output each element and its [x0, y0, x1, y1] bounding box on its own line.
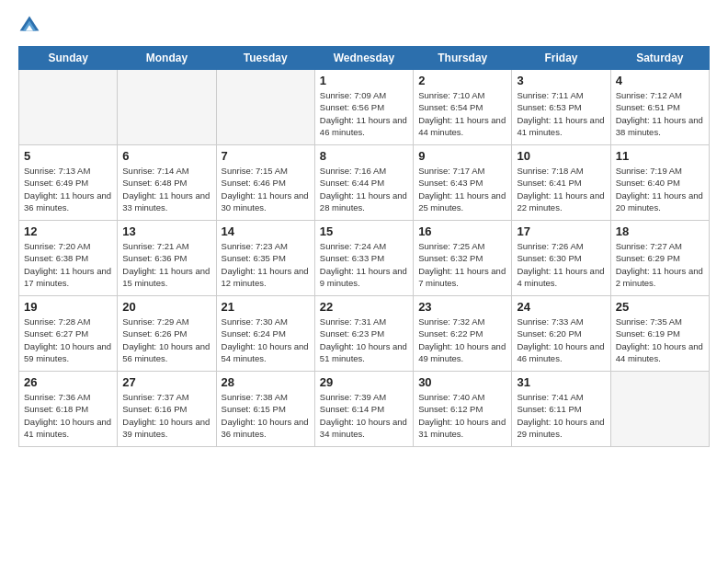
day-header-wednesday: Wednesday [314, 47, 413, 70]
day-number: 22 [320, 300, 408, 314]
calendar-cell: 1Sunrise: 7:09 AM Sunset: 6:56 PM Daylig… [314, 70, 413, 145]
day-number: 19 [24, 300, 112, 314]
day-info: Sunrise: 7:40 AM Sunset: 6:12 PM Dayligh… [418, 391, 506, 440]
day-info: Sunrise: 7:10 AM Sunset: 6:54 PM Dayligh… [418, 89, 506, 138]
calendar-cell: 26Sunrise: 7:36 AM Sunset: 6:18 PM Dayli… [19, 372, 118, 447]
day-header-saturday: Saturday [610, 47, 709, 70]
calendar-cell: 16Sunrise: 7:25 AM Sunset: 6:32 PM Dayli… [414, 221, 512, 296]
day-info: Sunrise: 7:15 AM Sunset: 6:46 PM Dayligh… [222, 165, 310, 213]
day-number: 21 [222, 300, 310, 314]
day-number: 17 [517, 224, 605, 238]
day-number: 11 [616, 149, 704, 163]
calendar-cell [216, 70, 314, 145]
day-info: Sunrise: 7:19 AM Sunset: 6:40 PM Dayligh… [616, 165, 704, 213]
calendar-week-4: 26Sunrise: 7:36 AM Sunset: 6:18 PM Dayli… [19, 372, 710, 447]
calendar-cell: 21Sunrise: 7:30 AM Sunset: 6:24 PM Dayli… [216, 296, 314, 372]
calendar-cell [19, 70, 118, 145]
day-info: Sunrise: 7:32 AM Sunset: 6:22 PM Dayligh… [418, 316, 506, 364]
calendar-week-2: 12Sunrise: 7:20 AM Sunset: 6:38 PM Dayli… [19, 221, 710, 296]
calendar-cell: 9Sunrise: 7:17 AM Sunset: 6:43 PM Daylig… [414, 145, 512, 221]
calendar-cell: 18Sunrise: 7:27 AM Sunset: 6:29 PM Dayli… [610, 221, 709, 296]
calendar-cell: 2Sunrise: 7:10 AM Sunset: 6:54 PM Daylig… [414, 70, 512, 145]
calendar-header-row: SundayMondayTuesdayWednesdayThursdayFrid… [19, 47, 710, 70]
day-info: Sunrise: 7:26 AM Sunset: 6:30 PM Dayligh… [517, 240, 605, 289]
calendar-cell: 25Sunrise: 7:35 AM Sunset: 6:19 PM Dayli… [610, 296, 709, 372]
day-info: Sunrise: 7:35 AM Sunset: 6:19 PM Dayligh… [616, 316, 704, 364]
day-number: 15 [320, 224, 408, 238]
day-number: 5 [24, 149, 112, 163]
day-number: 29 [320, 375, 408, 389]
calendar-week-1: 5Sunrise: 7:13 AM Sunset: 6:49 PM Daylig… [19, 145, 710, 221]
day-number: 28 [222, 375, 310, 389]
day-info: Sunrise: 7:30 AM Sunset: 6:24 PM Dayligh… [222, 316, 310, 364]
day-info: Sunrise: 7:25 AM Sunset: 6:32 PM Dayligh… [418, 240, 506, 289]
calendar-cell [118, 70, 216, 145]
calendar-table: SundayMondayTuesdayWednesdayThursdayFrid… [18, 46, 710, 447]
day-info: Sunrise: 7:17 AM Sunset: 6:43 PM Dayligh… [418, 165, 506, 213]
day-info: Sunrise: 7:16 AM Sunset: 6:44 PM Dayligh… [320, 165, 408, 213]
day-info: Sunrise: 7:41 AM Sunset: 6:11 PM Dayligh… [517, 391, 605, 440]
day-number: 25 [616, 300, 704, 314]
calendar-cell: 19Sunrise: 7:28 AM Sunset: 6:27 PM Dayli… [19, 296, 118, 372]
calendar-cell: 17Sunrise: 7:26 AM Sunset: 6:30 PM Dayli… [512, 221, 610, 296]
day-number: 12 [24, 224, 112, 238]
day-number: 13 [122, 224, 210, 238]
day-number: 4 [616, 74, 704, 87]
calendar-cell [610, 372, 709, 447]
calendar-cell: 29Sunrise: 7:39 AM Sunset: 6:14 PM Dayli… [314, 372, 413, 447]
day-info: Sunrise: 7:18 AM Sunset: 6:41 PM Dayligh… [517, 165, 605, 213]
calendar-cell: 11Sunrise: 7:19 AM Sunset: 6:40 PM Dayli… [610, 145, 709, 221]
calendar-cell: 14Sunrise: 7:23 AM Sunset: 6:35 PM Dayli… [216, 221, 314, 296]
calendar-cell: 5Sunrise: 7:13 AM Sunset: 6:49 PM Daylig… [19, 145, 118, 221]
day-info: Sunrise: 7:28 AM Sunset: 6:27 PM Dayligh… [24, 316, 112, 364]
calendar-week-0: 1Sunrise: 7:09 AM Sunset: 6:56 PM Daylig… [19, 70, 710, 145]
calendar-cell: 10Sunrise: 7:18 AM Sunset: 6:41 PM Dayli… [512, 145, 610, 221]
logo-icon [18, 15, 40, 37]
day-info: Sunrise: 7:29 AM Sunset: 6:26 PM Dayligh… [122, 316, 210, 364]
day-info: Sunrise: 7:11 AM Sunset: 6:53 PM Dayligh… [517, 89, 605, 138]
day-number: 26 [24, 375, 112, 389]
calendar-cell: 30Sunrise: 7:40 AM Sunset: 6:12 PM Dayli… [414, 372, 512, 447]
day-number: 8 [320, 149, 408, 163]
day-info: Sunrise: 7:27 AM Sunset: 6:29 PM Dayligh… [616, 240, 704, 289]
day-number: 7 [222, 149, 310, 163]
calendar-cell: 20Sunrise: 7:29 AM Sunset: 6:26 PM Dayli… [118, 296, 216, 372]
day-info: Sunrise: 7:21 AM Sunset: 6:36 PM Dayligh… [122, 240, 210, 289]
calendar-cell: 24Sunrise: 7:33 AM Sunset: 6:20 PM Dayli… [512, 296, 610, 372]
day-info: Sunrise: 7:13 AM Sunset: 6:49 PM Dayligh… [24, 165, 112, 213]
day-header-tuesday: Tuesday [216, 47, 314, 70]
day-header-friday: Friday [512, 47, 610, 70]
day-info: Sunrise: 7:39 AM Sunset: 6:14 PM Dayligh… [320, 391, 408, 440]
day-info: Sunrise: 7:09 AM Sunset: 6:56 PM Dayligh… [320, 89, 408, 138]
day-number: 1 [320, 74, 408, 87]
calendar-cell: 3Sunrise: 7:11 AM Sunset: 6:53 PM Daylig… [512, 70, 610, 145]
page: SundayMondayTuesdayWednesdayThursdayFrid… [0, 0, 728, 563]
day-number: 6 [122, 149, 210, 163]
calendar-cell: 13Sunrise: 7:21 AM Sunset: 6:36 PM Dayli… [118, 221, 216, 296]
day-number: 30 [418, 375, 506, 389]
day-header-sunday: Sunday [19, 47, 118, 70]
day-info: Sunrise: 7:12 AM Sunset: 6:51 PM Dayligh… [616, 89, 704, 138]
calendar-cell: 7Sunrise: 7:15 AM Sunset: 6:46 PM Daylig… [216, 145, 314, 221]
day-number: 3 [517, 74, 605, 87]
day-number: 20 [122, 300, 210, 314]
day-info: Sunrise: 7:14 AM Sunset: 6:48 PM Dayligh… [122, 165, 210, 213]
day-number: 14 [222, 224, 310, 238]
calendar-cell: 4Sunrise: 7:12 AM Sunset: 6:51 PM Daylig… [610, 70, 709, 145]
header [18, 15, 710, 37]
calendar-cell: 12Sunrise: 7:20 AM Sunset: 6:38 PM Dayli… [19, 221, 118, 296]
day-number: 9 [418, 149, 506, 163]
day-number: 18 [616, 224, 704, 238]
day-info: Sunrise: 7:37 AM Sunset: 6:16 PM Dayligh… [122, 391, 210, 440]
day-number: 24 [517, 300, 605, 314]
calendar-cell: 22Sunrise: 7:31 AM Sunset: 6:23 PM Dayli… [314, 296, 413, 372]
day-info: Sunrise: 7:38 AM Sunset: 6:15 PM Dayligh… [222, 391, 310, 440]
day-info: Sunrise: 7:31 AM Sunset: 6:23 PM Dayligh… [320, 316, 408, 364]
day-info: Sunrise: 7:20 AM Sunset: 6:38 PM Dayligh… [24, 240, 112, 289]
day-number: 16 [418, 224, 506, 238]
day-header-thursday: Thursday [414, 47, 512, 70]
calendar-cell: 6Sunrise: 7:14 AM Sunset: 6:48 PM Daylig… [118, 145, 216, 221]
day-header-monday: Monday [118, 47, 216, 70]
logo [18, 15, 42, 37]
calendar-cell: 8Sunrise: 7:16 AM Sunset: 6:44 PM Daylig… [314, 145, 413, 221]
